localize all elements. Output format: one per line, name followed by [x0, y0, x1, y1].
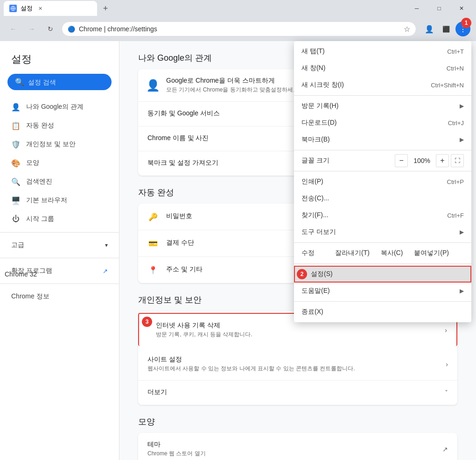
menu-item-cast[interactable]: 전송(C)...	[294, 190, 471, 207]
menu-copy-button[interactable]: 복사(C)	[375, 247, 408, 259]
menu-item-history[interactable]: 방문 기록(H) ▶	[294, 98, 471, 114]
clear-history-text: 인터넷 사용 기록 삭제 방문 기록, 쿠키, 캐시 등을 삭제합니다.	[156, 321, 445, 339]
menu-edit-label: 수정	[301, 249, 329, 257]
step1-badge: 1	[461, 18, 471, 28]
default-browser-icon: 🖥️	[11, 196, 21, 205]
sidebar-item-chrome-info[interactable]: Chrome 정보	[0, 288, 119, 305]
menu-new-incognito-shortcut: Ctrl+Shift+N	[431, 82, 464, 89]
menu-new-window-label: 새 창(N)	[301, 64, 447, 72]
chrome-version-note: Chrome 32	[5, 270, 37, 278]
menu-history-arrow-icon: ▶	[460, 103, 464, 109]
toolbar-icons: 👤 ⬛ ⋮ 1	[422, 21, 470, 36]
search-engine-icon: 🔍	[11, 177, 21, 186]
menu-bookmarks-arrow-icon: ▶	[460, 136, 464, 143]
sidebar-item-autofill[interactable]: 📋 자동 완성	[0, 116, 119, 135]
zoom-minus-button[interactable]: −	[395, 154, 408, 167]
menu-item-new-incognito[interactable]: 새 시크릿 창(I) Ctrl+Shift+N	[294, 77, 471, 93]
theme-external-link-icon: ↗	[442, 446, 448, 453]
refresh-button[interactable]: ↻	[43, 21, 58, 36]
menu-more-tools-arrow-icon: ▶	[460, 229, 464, 235]
zoom-expand-button[interactable]: ⛶	[451, 154, 464, 167]
sidebar-item-google-account-label: 나와 Google의 관계	[26, 103, 84, 111]
menu-item-help[interactable]: 도움말(E) ▶	[294, 283, 471, 299]
title-bar: 설정 ✕ + ─ □ ✕	[0, 0, 476, 17]
more-chevron-icon: ˅	[445, 389, 448, 396]
window-controls: ─ □ ✕	[406, 1, 472, 16]
nav-divider-2	[0, 258, 119, 258]
menu-cast-label: 전송(C)...	[301, 194, 464, 203]
menu-item-new-window[interactable]: 새 창(N) Ctrl+N	[294, 60, 471, 77]
advanced-chevron-icon: ▾	[105, 242, 108, 248]
more-item[interactable]: 더보기 ˅	[138, 381, 457, 405]
menu-settings-wrapper: 2 설정(S)	[294, 266, 471, 283]
url-text: Chrome | chrome://settings	[79, 25, 400, 33]
menu-cut-button[interactable]: 잘라내기(T)	[329, 247, 375, 259]
menu-button[interactable]: ⋮ 1	[455, 21, 470, 36]
menu-item-exit[interactable]: 종료(X)	[294, 304, 471, 320]
menu-item-settings[interactable]: 설정(S)	[294, 266, 471, 283]
theme-item[interactable]: 테마 Chrome 웹 스토어 열기 ↗	[138, 433, 457, 460]
menu-item-new-tab[interactable]: 새 탭(T) Ctrl+T	[294, 43, 471, 60]
appearance-card: 테마 Chrome 웹 스토어 열기 ↗	[138, 433, 457, 460]
site-settings-item[interactable]: 사이트 설정 웹사이트에서 사용할 수 있는 정보와 나에게 표시할 수 있는 …	[138, 348, 457, 381]
site-settings-desc: 웹사이트에서 사용할 수 있는 정보와 나에게 표시할 수 있는 콘텐츠를 컨트…	[147, 365, 446, 373]
sidebar-item-autofill-label: 자동 완성	[26, 121, 54, 130]
menu-help-label: 도움말(E)	[301, 287, 460, 295]
clear-history-title: 인터넷 사용 기록 삭제	[156, 321, 445, 330]
appearance-icon: 🎨	[11, 158, 21, 168]
maximize-button[interactable]: □	[428, 1, 450, 16]
tab-close-button[interactable]: ✕	[36, 5, 44, 12]
clear-history-desc: 방문 기록, 쿠키, 캐시 등을 삭제합니다.	[156, 331, 445, 339]
payment-icon: 💳	[147, 238, 159, 249]
menu-item-more-tools[interactable]: 도구 더보기 ▶	[294, 224, 471, 241]
search-icon: 🔍	[15, 78, 24, 86]
appearance-section: 모양 테마 Chrome 웹 스토어 열기 ↗	[138, 416, 457, 460]
sidebar-item-advanced[interactable]: 고급 ▾	[0, 236, 119, 254]
close-button[interactable]: ✕	[451, 1, 472, 16]
menu-downloads-shortcut: Ctrl+J	[448, 120, 464, 127]
menu-item-downloads[interactable]: 다운로드(D) Ctrl+J	[294, 114, 471, 131]
menu-new-tab-label: 새 탭(T)	[301, 47, 447, 56]
new-tab-button[interactable]: +	[99, 2, 112, 15]
forward-button[interactable]: →	[24, 21, 39, 36]
menu-paste-button[interactable]: 붙여넣기(P)	[408, 247, 455, 259]
sidebar-item-privacy[interactable]: 🛡️ 개인정보 및 보안	[0, 135, 119, 154]
search-input[interactable]	[28, 78, 110, 86]
dropdown-menu: 새 탭(T) Ctrl+T 새 창(N) Ctrl+N 새 시크릿 창(I) C…	[294, 41, 471, 322]
menu-zoom-label: 글꼴 크기	[301, 156, 395, 165]
appearance-section-title: 모양	[138, 416, 457, 427]
sidebar-item-appearance-label: 모양	[26, 159, 39, 167]
menu-new-tab-shortcut: Ctrl+T	[447, 48, 464, 55]
bookmark-star-icon[interactable]: ☆	[404, 25, 410, 34]
site-settings-arrow-icon: ›	[446, 361, 448, 368]
minimize-button[interactable]: ─	[406, 1, 427, 16]
url-bar[interactable]: 🔵 Chrome | chrome://settings ☆	[62, 21, 416, 36]
zoom-value: 100%	[410, 157, 434, 164]
sidebar-item-default-browser-label: 기본 브라우저	[26, 196, 67, 205]
menu-divider-6	[294, 301, 471, 302]
active-tab[interactable]: 설정 ✕	[4, 1, 97, 16]
menu-item-print[interactable]: 인쇄(P) Ctrl+P	[294, 173, 471, 190]
sidebar-item-appearance[interactable]: 🎨 모양	[0, 154, 119, 172]
menu-settings-label: 설정(S)	[311, 270, 464, 278]
startup-icon: ⏻	[11, 214, 21, 224]
tab-favicon	[9, 5, 17, 12]
zoom-plus-button[interactable]: +	[436, 154, 449, 167]
menu-item-bookmarks[interactable]: 북마크(B) ▶	[294, 131, 471, 148]
sidebar-item-default-browser[interactable]: 🖥️ 기본 브라우저	[0, 191, 119, 210]
menu-divider-5	[294, 263, 471, 264]
extensions-button[interactable]: ⬛	[439, 21, 454, 36]
clear-history-arrow-icon: ›	[445, 326, 447, 334]
site-settings-text: 사이트 설정 웹사이트에서 사용할 수 있는 정보와 나에게 표시할 수 있는 …	[147, 355, 446, 373]
menu-item-find[interactable]: 찾기(F)... Ctrl+F	[294, 207, 471, 224]
password-icon: 🔑	[147, 211, 159, 222]
back-button[interactable]: ←	[6, 21, 21, 36]
sidebar-item-startup[interactable]: ⏻ 시작 그룹	[0, 210, 119, 228]
menu-exit-label: 종료(X)	[301, 308, 464, 316]
account-button[interactable]: 👤	[422, 21, 437, 36]
search-input-wrap[interactable]: 🔍	[7, 74, 112, 90]
menu-divider-4	[294, 242, 471, 243]
autofill-icon: 📋	[11, 121, 21, 130]
sidebar-item-search[interactable]: 🔍 검색엔진	[0, 172, 119, 191]
sidebar-item-google-account[interactable]: 👤 나와 Google의 관계	[0, 98, 119, 116]
